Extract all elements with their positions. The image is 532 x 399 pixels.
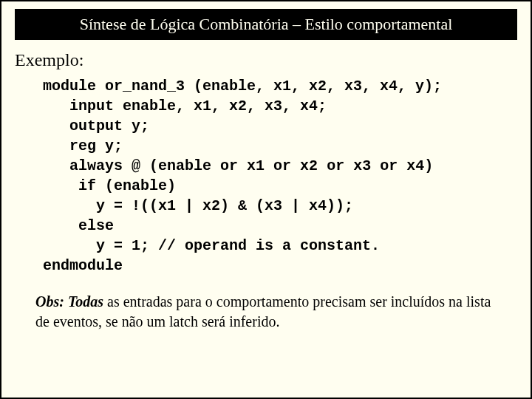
code-text: x4) [398, 157, 433, 174]
code-text: (enable) [96, 177, 176, 194]
code-text: x3 [344, 157, 380, 174]
kw-reg: reg [43, 137, 96, 154]
slide-container: Síntese de Lógica Combinatória – Estilo … [0, 0, 532, 399]
code-line-4: reg y; [43, 136, 531, 156]
kw-input: input [43, 98, 114, 115]
code-line-1: module or_nand_3 (enable, x1, x2, x3, x4… [43, 76, 531, 96]
kw-or: or [220, 157, 238, 174]
code-line-10: endmodule [43, 256, 531, 276]
code-line-8: else [43, 216, 531, 236]
code-line-9: y = 1; // operand is a constant. [43, 236, 531, 256]
slide-title: Síntese de Lógica Combinatória – Estilo … [80, 15, 453, 33]
code-text: @ (enable [123, 157, 220, 174]
code-line-3: output y; [43, 116, 531, 136]
note-prefix: Obs: Todas [35, 293, 103, 310]
example-label: Exemplo: [15, 50, 531, 70]
code-text: or_nand_3 (enable, x1, x2, x3, x4, y); [96, 78, 442, 95]
code-text: y; [123, 117, 149, 134]
code-line-6: if (enable) [43, 176, 531, 196]
kw-or: or [327, 157, 344, 174]
note-block: Obs: Todas as entradas para o comportame… [35, 292, 501, 332]
code-text: x2 [291, 157, 327, 174]
code-text: x1 [238, 157, 273, 174]
kw-output: output [43, 117, 123, 134]
code-line-5: always @ (enable or x1 or x2 or x3 or x4… [43, 156, 531, 176]
kw-always: always [43, 157, 123, 174]
kw-else: else [43, 217, 114, 234]
code-block: module or_nand_3 (enable, x1, x2, x3, x4… [43, 76, 531, 276]
kw-module: module [43, 78, 96, 95]
code-line-2: input enable, x1, x2, x3, x4; [43, 96, 531, 116]
kw-if: if [43, 177, 96, 194]
code-text: y; [96, 137, 123, 154]
kw-or: or [273, 157, 291, 174]
kw-or: or [380, 157, 398, 174]
note-rest: as entradas para o comportamento precisa… [35, 293, 491, 330]
code-line-7: y = !((x1 | x2) & (x3 | x4)); [43, 196, 531, 216]
title-bar: Síntese de Lógica Combinatória – Estilo … [15, 9, 517, 40]
code-text: enable, x1, x2, x3, x4; [114, 98, 327, 115]
